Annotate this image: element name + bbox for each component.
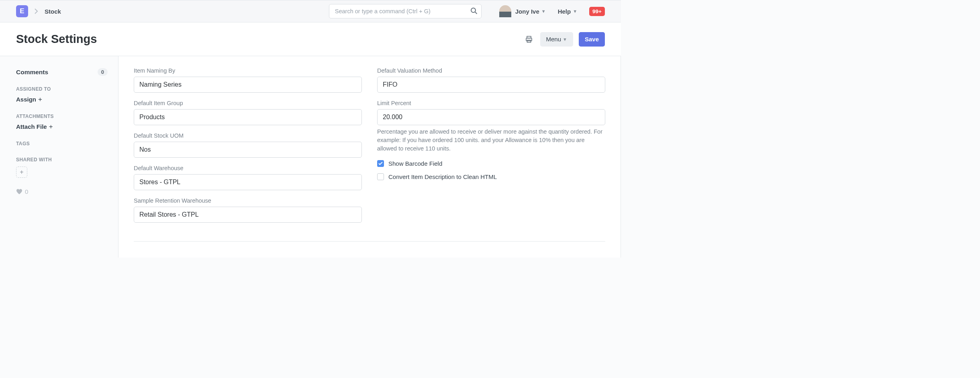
assigned-to-heading: ASSIGNED TO	[16, 86, 108, 92]
app-logo[interactable]: E	[16, 5, 28, 17]
limit-percent-help: Percentage you are allowed to receive or…	[377, 128, 605, 153]
limit-percent-label: Limit Percent	[377, 100, 605, 106]
item-naming-by-field[interactable]	[134, 77, 362, 93]
default-warehouse-label: Default Warehouse	[134, 165, 362, 171]
breadcrumb-stock[interactable]: Stock	[45, 8, 61, 15]
default-item-group-label: Default Item Group	[134, 100, 362, 106]
user-menu[interactable]: Jony Ive ▼	[499, 5, 546, 17]
default-item-group-field[interactable]	[134, 109, 362, 125]
default-stock-uom-label: Default Stock UOM	[134, 132, 362, 139]
sidebar: Comments 0 ASSIGNED TO Assign + ATTACHME…	[0, 56, 118, 258]
notification-badge[interactable]: 99+	[589, 7, 605, 16]
avatar	[499, 5, 511, 17]
attach-file-label: Attach File	[16, 123, 47, 130]
user-name: Jony Ive	[515, 8, 539, 15]
print-icon[interactable]	[523, 34, 535, 45]
default-warehouse-field[interactable]	[134, 174, 362, 190]
titlebar: Stock Settings Menu ▼ Save	[0, 22, 621, 56]
plus-icon: +	[38, 97, 42, 102]
limit-percent-field[interactable]	[377, 109, 605, 125]
help-menu[interactable]: Help ▼	[558, 8, 577, 15]
page-body: Comments 0 ASSIGNED TO Assign + ATTACHME…	[0, 56, 621, 258]
topbar: E Stock Jony Ive ▼ Help ▼ 99+	[0, 0, 621, 22]
attachments-heading: ATTACHMENTS	[16, 114, 108, 119]
shared-with-heading: SHARED WITH	[16, 157, 108, 163]
menu-button[interactable]: Menu ▼	[540, 32, 573, 47]
form-area: Item Naming By Default Item Group Defaul…	[118, 56, 621, 258]
item-naming-by-label: Item Naming By	[134, 67, 362, 74]
tags-heading: TAGS	[16, 141, 108, 146]
menu-button-label: Menu	[546, 36, 561, 43]
assign-button[interactable]: Assign +	[16, 96, 42, 103]
sample-retention-warehouse-field[interactable]	[134, 207, 362, 223]
form-right-column: Default Valuation Method Limit Percent P…	[377, 67, 605, 230]
heart-icon	[16, 189, 22, 195]
page-title: Stock Settings	[16, 33, 97, 46]
comments-count: 0	[98, 68, 108, 76]
show-barcode-field-checkbox[interactable]: Show Barcode Field	[377, 160, 605, 167]
caret-down-icon: ▼	[563, 37, 567, 42]
likes-count: 0	[25, 188, 28, 195]
caret-down-icon: ▼	[573, 9, 577, 14]
likes[interactable]: 0	[16, 188, 108, 195]
show-barcode-field-label: Show Barcode Field	[388, 160, 442, 167]
checkbox-icon	[377, 173, 384, 180]
assign-label: Assign	[16, 96, 36, 103]
chevron-right-icon	[35, 8, 38, 14]
comments-label[interactable]: Comments	[16, 69, 48, 76]
sample-retention-warehouse-label: Sample Retention Warehouse	[134, 197, 362, 204]
global-search	[329, 4, 482, 18]
default-stock-uom-field[interactable]	[134, 142, 362, 158]
save-button[interactable]: Save	[579, 32, 605, 47]
caret-down-icon: ▼	[541, 9, 546, 14]
checkbox-icon	[377, 160, 384, 167]
default-valuation-method-field[interactable]	[377, 77, 605, 93]
share-add-button[interactable]: +	[16, 167, 27, 178]
svg-line-1	[475, 12, 477, 14]
form-left-column: Item Naming By Default Item Group Defaul…	[134, 67, 362, 230]
attach-file-button[interactable]: Attach File +	[16, 123, 53, 130]
help-label: Help	[558, 8, 571, 15]
convert-clean-html-label: Convert Item Description to Clean HTML	[388, 173, 497, 180]
section-divider	[134, 241, 605, 242]
convert-clean-html-checkbox[interactable]: Convert Item Description to Clean HTML	[377, 173, 605, 180]
plus-icon: +	[49, 124, 53, 130]
default-valuation-method-label: Default Valuation Method	[377, 67, 605, 74]
search-icon	[470, 7, 478, 14]
search-input[interactable]	[329, 4, 482, 18]
svg-point-0	[471, 8, 476, 12]
